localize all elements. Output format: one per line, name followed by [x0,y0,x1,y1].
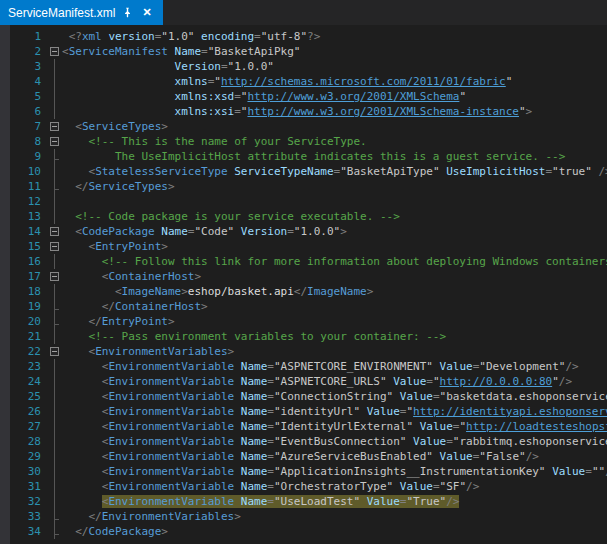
code-text[interactable]: <EnvironmentVariable Name="UseLoadTest" … [62,494,607,509]
code-line[interactable]: 19 </ContainerHost> [0,299,607,314]
line-number[interactable]: 12 [10,194,48,209]
code-text[interactable]: xmlns="http://schemas.microsoft.com/2011… [62,74,607,89]
line-number[interactable]: 29 [10,449,48,464]
line-number[interactable]: 34 [10,524,48,539]
line-number[interactable]: 32 [10,494,48,509]
close-icon[interactable]: ✕ [140,6,153,19]
code-line[interactable]: 21 <!-- Pass environment variables to yo… [0,329,607,344]
line-number[interactable]: 31 [10,479,48,494]
code-line[interactable]: 27 <EnvironmentVariable Name="IdentityUr… [0,419,607,434]
code-text[interactable]: <!-- Code package is your service execut… [62,209,607,224]
collapse-box-icon[interactable] [50,242,59,251]
code-text[interactable]: </CodePackage> [62,524,607,539]
line-number[interactable]: 14 [10,224,48,239]
code-line[interactable]: 17 <ContainerHost> [0,269,607,284]
code-line[interactable]: 2<ServiceManifest Name="BasketApiPkg" [0,44,607,59]
code-text[interactable]: <EnvironmentVariable Name="ConnectionStr… [62,389,607,404]
code-line[interactable]: 25 <EnvironmentVariable Name="Connection… [0,389,607,404]
code-line[interactable]: 3 Version="1.0.0" [0,59,607,74]
line-number[interactable]: 6 [10,104,48,119]
tab-servicemanifest[interactable]: ServiceManifest.xml ✕ [0,0,163,25]
code-line[interactable]: 16 <!-- Follow this link for more inform… [0,254,607,269]
code-text[interactable]: <!-- Pass environment variables to your … [62,329,607,344]
code-text[interactable]: <ServiceManifest Name="BasketApiPkg" [62,44,607,59]
code-text[interactable]: <!-- Follow this link for more informati… [62,254,607,269]
code-line[interactable]: 6 xmlns:xsi="http://www.w3.org/2001/XMLS… [0,104,607,119]
line-number[interactable]: 11 [10,179,48,194]
code-text[interactable]: <StatelessServiceType ServiceTypeName="B… [62,164,607,179]
code-line[interactable]: 12 [0,194,607,209]
code-text[interactable]: <CodePackage Name="Code" Version="1.0.0"… [62,224,607,239]
line-number[interactable]: 18 [10,284,48,299]
code-line[interactable]: 24 <EnvironmentVariable Name="ASPNETCORE… [0,374,607,389]
code-line[interactable]: 7 <ServiceTypes> [0,119,607,134]
code-line[interactable]: 13 <!-- Code package is your service exe… [0,209,607,224]
line-number[interactable]: 26 [10,404,48,419]
line-number[interactable]: 7 [10,119,48,134]
collapse-box-icon[interactable] [50,137,59,146]
code-line[interactable]: 11 </ServiceTypes> [0,179,607,194]
line-number[interactable]: 8 [10,134,48,149]
code-line[interactable]: 4 xmlns="http://schemas.microsoft.com/20… [0,74,607,89]
collapse-box-icon[interactable] [50,347,59,356]
line-number[interactable]: 30 [10,464,48,479]
fold-collapse-button[interactable] [48,134,62,149]
code-text[interactable]: <!-- This is the name of your ServiceTyp… [62,134,607,149]
code-line[interactable]: 10 <StatelessServiceType ServiceTypeName… [0,164,607,179]
fold-collapse-button[interactable] [48,44,62,59]
code-line[interactable]: 20 </EntryPoint> [0,314,607,329]
code-text[interactable]: <EnvironmentVariable Name="ASPNETCORE_EN… [62,359,607,374]
collapse-box-icon[interactable] [50,272,59,281]
collapse-box-icon[interactable] [50,227,59,236]
code-line[interactable]: 18 <ImageName>eshop/basket.api</ImageNam… [0,284,607,299]
code-line[interactable]: 1 <?xml version="1.0" encoding="utf-8"?> [0,29,607,44]
code-text[interactable]: </ContainerHost> [62,299,607,314]
code-line[interactable]: 22 <EnvironmentVariables> [0,344,607,359]
line-number[interactable]: 21 [10,329,48,344]
code-line[interactable]: 23 <EnvironmentVariable Name="ASPNETCORE… [0,359,607,374]
code-line[interactable]: 30 <EnvironmentVariable Name="Applicatio… [0,464,607,479]
line-number[interactable]: 2 [10,44,48,59]
line-number[interactable]: 19 [10,299,48,314]
code-text[interactable]: <EnvironmentVariable Name="ASPNETCORE_UR… [62,374,607,389]
code-text[interactable]: <EnvironmentVariable Name="OrchestratorT… [62,479,607,494]
line-number[interactable]: 24 [10,374,48,389]
fold-collapse-button[interactable] [48,224,62,239]
line-number[interactable]: 33 [10,509,48,524]
code-line[interactable]: 31 <EnvironmentVariable Name="Orchestrat… [0,479,607,494]
code-line[interactable]: 33 </EnvironmentVariables> [0,509,607,524]
code-text[interactable]: xmlns:xsd="http://www.w3.org/2001/XMLSch… [62,89,607,104]
collapse-box-icon[interactable] [50,47,59,56]
code-text[interactable]: <EntryPoint> [62,239,607,254]
pin-icon[interactable] [122,7,133,18]
code-line[interactable]: 14 <CodePackage Name="Code" Version="1.0… [0,224,607,239]
code-line[interactable]: 32 <EnvironmentVariable Name="UseLoadTes… [0,494,607,509]
code-text[interactable]: <ContainerHost> [62,269,607,284]
line-number[interactable]: 17 [10,269,48,284]
code-line[interactable]: 15 <EntryPoint> [0,239,607,254]
code-line[interactable]: 29 <EnvironmentVariable Name="AzureServi… [0,449,607,464]
line-number[interactable]: 15 [10,239,48,254]
line-number[interactable]: 9 [10,149,48,164]
code-line[interactable]: 9 The UseImplicitHost attribute indicate… [0,149,607,164]
collapse-box-icon[interactable] [50,122,59,131]
line-number[interactable]: 27 [10,419,48,434]
code-line[interactable]: 34 </CodePackage> [0,524,607,539]
code-text[interactable]: <EnvironmentVariable Name="AzureServiceB… [62,449,607,464]
line-number[interactable]: 22 [10,344,48,359]
line-number[interactable]: 3 [10,59,48,74]
code-text[interactable]: <EnvironmentVariable Name="EventBusConne… [62,434,607,449]
code-text[interactable]: The UseImplicitHost attribute indicates … [62,149,607,164]
code-text[interactable]: <ImageName>eshop/basket.api</ImageName> [62,284,607,299]
code-text[interactable]: xmlns:xsi="http://www.w3.org/2001/XMLSch… [62,104,607,119]
code-text[interactable]: </ServiceTypes> [62,179,607,194]
code-text[interactable]: <EnvironmentVariable Name="ApplicationIn… [62,464,607,479]
code-text[interactable]: Version="1.0.0" [62,59,607,74]
code-line[interactable]: 28 <EnvironmentVariable Name="EventBusCo… [0,434,607,449]
line-number[interactable]: 13 [10,209,48,224]
code-text[interactable]: <EnvironmentVariable Name="identityUrl" … [62,404,607,419]
code-text[interactable]: <EnvironmentVariable Name="IdentityUrlEx… [62,419,607,434]
line-number[interactable]: 23 [10,359,48,374]
code-text[interactable] [62,194,607,209]
code-line[interactable]: 26 <EnvironmentVariable Name="identityUr… [0,404,607,419]
